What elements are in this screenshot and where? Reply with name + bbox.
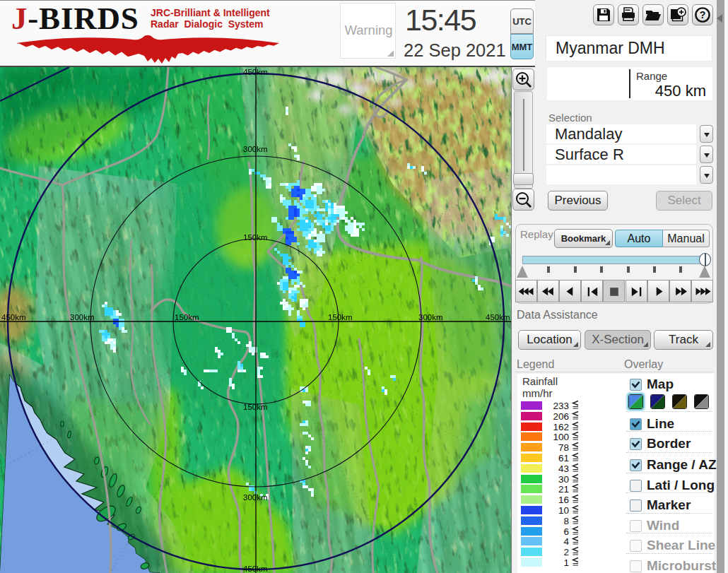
svg-text:150km: 150km: [328, 313, 353, 321]
svg-text:450km: 450km: [1, 313, 26, 321]
svg-text:450km: 450km: [243, 68, 268, 76]
svg-text:150km: 150km: [243, 233, 268, 242]
svg-text:150km: 150km: [243, 403, 268, 411]
svg-text:300km: 300km: [418, 313, 443, 321]
svg-text:450km: 450km: [486, 313, 510, 321]
svg-text:300km: 300km: [243, 145, 268, 153]
svg-text:300km: 300km: [243, 493, 268, 502]
svg-text:450km: 450km: [243, 565, 268, 573]
svg-text:150km: 150km: [175, 313, 199, 321]
svg-text:300km: 300km: [70, 313, 95, 321]
svg-text:?: ?: [700, 9, 706, 20]
